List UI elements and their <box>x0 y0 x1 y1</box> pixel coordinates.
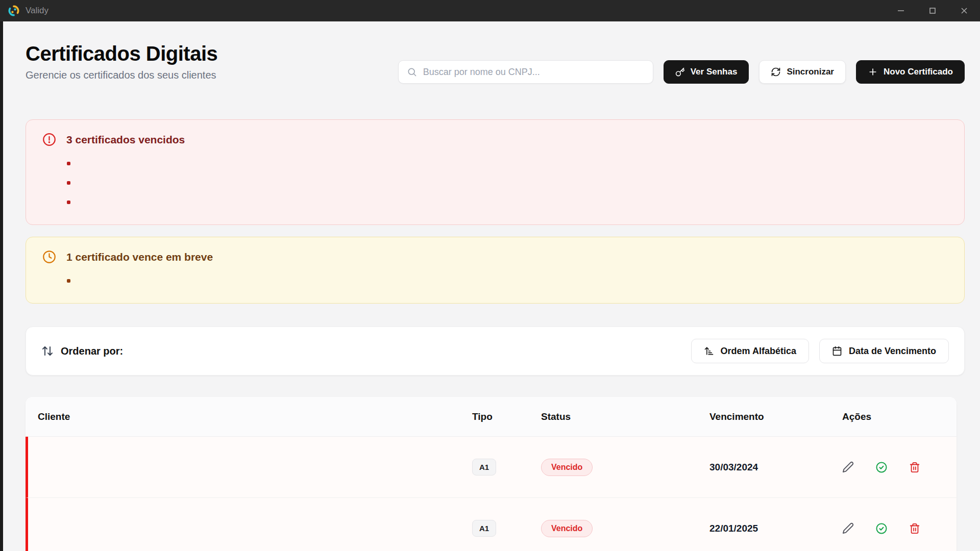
list-item <box>67 192 948 212</box>
search-box[interactable] <box>398 60 653 84</box>
clock-icon <box>42 250 56 264</box>
expired-alert-list <box>42 154 948 212</box>
maximize-button[interactable] <box>917 0 948 21</box>
column-header-cliente: Cliente <box>38 411 472 422</box>
sort-bar: Ordenar por: Ordem Alfabética Data de Ve… <box>26 327 965 375</box>
list-item <box>67 271 948 290</box>
app-title: Validy <box>26 6 48 16</box>
main-content: Certificados Digitais Gerencie os certif… <box>0 21 980 551</box>
novo-certificado-button[interactable]: Novo Certificado <box>856 60 965 84</box>
column-header-acoes: Ações <box>842 411 957 422</box>
status-badge: Vencido <box>541 459 593 476</box>
sort-ascending-icon <box>704 346 714 356</box>
certificates-table: Cliente Tipo Status Vencimento Ações A1 … <box>26 397 957 551</box>
close-button[interactable] <box>948 0 980 21</box>
status-badge: Vencido <box>541 520 593 537</box>
alert-circle-icon <box>42 133 56 146</box>
page-subtitle: Gerencie os certificados dos seus client… <box>26 69 217 81</box>
table-row: A1 Vencido 22/01/2025 <box>26 498 957 551</box>
type-badge: A1 <box>472 459 496 475</box>
delete-button[interactable] <box>909 462 920 473</box>
row-actions <box>842 522 957 535</box>
delete-button[interactable] <box>909 523 920 534</box>
search-icon <box>407 67 417 77</box>
header-actions: Ver Senhas Sincronizar Novo Certifica <box>398 60 965 84</box>
table-row: A1 Vencido 30/03/2024 <box>26 437 957 498</box>
expiring-alert-title: 1 certificado vence em breve <box>66 251 213 263</box>
page-title: Certificados Digitais <box>26 42 217 65</box>
app-logo-icon <box>7 4 20 17</box>
sort-alphabetical-button[interactable]: Ordem Alfabética <box>691 339 809 363</box>
expired-alert: 3 certificados vencidos <box>26 119 965 225</box>
type-badge: A1 <box>472 520 496 537</box>
column-header-vencimento: Vencimento <box>709 411 842 422</box>
expiring-alert-list <box>42 271 948 290</box>
refresh-icon <box>771 67 781 77</box>
plus-icon <box>868 67 878 77</box>
sort-label: Ordenar por: <box>61 345 123 357</box>
renew-check-button[interactable] <box>875 522 888 535</box>
window-controls <box>885 0 980 21</box>
edit-button[interactable] <box>842 522 854 534</box>
titlebar: Validy <box>0 0 980 21</box>
ver-senhas-button[interactable]: Ver Senhas <box>664 60 749 84</box>
column-header-tipo: Tipo <box>472 411 541 422</box>
row-actions <box>842 461 957 473</box>
column-header-status: Status <box>541 411 709 422</box>
key-icon <box>675 67 685 77</box>
list-item <box>67 154 948 173</box>
search-input[interactable] <box>423 67 645 78</box>
calendar-icon <box>832 346 842 356</box>
due-date: 30/03/2024 <box>709 462 842 473</box>
arrow-up-down-icon <box>41 345 54 357</box>
sort-due-date-button[interactable]: Data de Vencimento <box>819 339 949 363</box>
page-header: Certificados Digitais Gerencie os certif… <box>26 42 965 84</box>
sincronizar-button[interactable]: Sincronizar <box>759 60 846 84</box>
expired-alert-title: 3 certificados vencidos <box>66 134 185 146</box>
edit-button[interactable] <box>842 461 854 473</box>
renew-check-button[interactable] <box>875 461 888 473</box>
list-item <box>67 173 948 192</box>
table-header: Cliente Tipo Status Vencimento Ações <box>26 397 957 437</box>
due-date: 22/01/2025 <box>709 523 842 534</box>
expiring-alert: 1 certificado vence em breve <box>26 237 965 304</box>
minimize-button[interactable] <box>885 0 917 21</box>
